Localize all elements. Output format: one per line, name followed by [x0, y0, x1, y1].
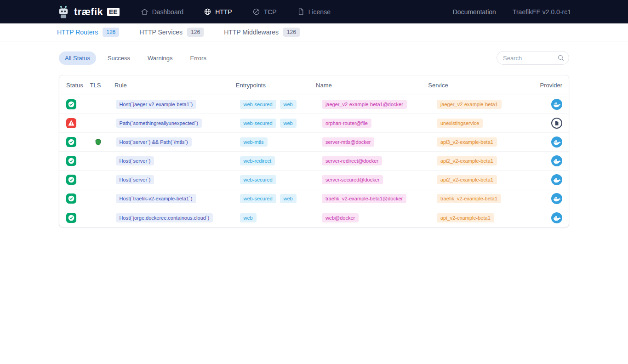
check-circle-icon [68, 157, 75, 165]
tab-http-services[interactable]: HTTP Services 126 [139, 28, 204, 37]
tls-shield-icon [94, 138, 102, 147]
status-success-badge [66, 137, 76, 147]
name-pill: traefik_v2-example-beta1@docker [322, 194, 406, 203]
main-nav: Dashboard HTTP TCP License [141, 0, 331, 23]
column-header-service: Service [428, 82, 540, 89]
entrypoints-cell: web-securedweb [240, 100, 322, 109]
entrypoint-pill: web [280, 100, 297, 109]
column-header-status: Status [59, 82, 90, 89]
entrypoints-cell: web [240, 213, 322, 222]
docker-provider-icon [551, 99, 562, 110]
traefik-logo[interactable]: træfik EE [57, 5, 120, 19]
name-pill: jaeger_v2-example-beta1@docker [322, 100, 407, 109]
alert-triangle-icon [68, 119, 75, 127]
service-pill: jaeger_v2-example-beta1 [437, 100, 502, 109]
table-row[interactable]: Host(`server`) && Path(`/mtls`) web-mtls… [59, 133, 569, 152]
check-circle-icon [68, 214, 75, 222]
status-success-badge [66, 175, 76, 185]
column-header-rule: Rule [114, 82, 236, 89]
entrypoint-pill: web [240, 213, 257, 222]
entrypoint-pill: web [280, 194, 297, 203]
tcp-icon [252, 8, 260, 16]
entrypoints-cell: web-secured [240, 175, 322, 184]
tab-http-routers[interactable]: HTTP Routers 126 [57, 28, 119, 37]
tab-label: HTTP Routers [57, 28, 98, 36]
home-icon [141, 8, 148, 16]
rule-pill: Host(`server`) [116, 156, 154, 165]
table-body: Host(`jaeger-v2-example-beta1`) web-secu… [59, 95, 569, 227]
status-success-badge [66, 193, 76, 204]
name-pill: server-redirect@docker [322, 156, 382, 165]
status-success-badge [66, 156, 76, 166]
tab-label: HTTP Middlewares [224, 28, 279, 36]
status-success-badge [66, 99, 76, 109]
rule-pill: Host(`jorge.dockeree.containous.cloud`) [116, 213, 213, 222]
section-tabbar: HTTP Routers 126 HTTP Services 126 HTTP … [0, 23, 628, 41]
rule-pill: Host(`jaeger-v2-example-beta1`) [116, 100, 197, 109]
filter-row: All Status Success Warnings Errors [59, 51, 569, 65]
documentation-link[interactable]: Documentation [453, 8, 496, 16]
entrypoint-pill: web [280, 119, 297, 128]
nav-item-tcp[interactable]: TCP [252, 0, 277, 23]
globe-icon [204, 8, 211, 16]
nav-item-label: TCP [264, 8, 277, 16]
traefik-robot-icon [57, 5, 70, 19]
tab-label: HTTP Services [139, 28, 183, 36]
entrypoint-pill: web-secured [240, 194, 276, 203]
table-row[interactable]: Host(`jaeger-v2-example-beta1`) web-secu… [59, 95, 569, 114]
filter-all-status[interactable]: All Status [59, 51, 96, 65]
entrypoints-cell: web-securedweb [240, 194, 322, 203]
tab-http-middlewares[interactable]: HTTP Middlewares 126 [224, 28, 300, 37]
table-row[interactable]: Host(`server`) web-redirect server-redir… [59, 152, 569, 171]
docker-provider-icon [551, 212, 562, 223]
search-icon [557, 54, 565, 62]
entrypoints-cell: web-securedweb [240, 119, 322, 128]
entrypoint-pill: web-mtls [240, 137, 268, 147]
top-navbar: træfik EE Dashboard HTTP TCP License Doc… [0, 0, 628, 23]
version-text: TraefikEE v2.0.0-rc1 [513, 8, 571, 16]
search-box [497, 51, 569, 65]
service-pill: api3_v2-example-beta1 [437, 137, 497, 147]
nav-item-http[interactable]: HTTP [204, 0, 232, 23]
check-circle-icon [68, 101, 75, 108]
rule-pill: Host(`server`) [116, 175, 154, 184]
rule-pill: Host(`traefik-v2-example-beta1`) [116, 194, 196, 203]
filter-success[interactable]: Success [102, 51, 136, 65]
entrypoint-pill: web-secured [240, 100, 276, 109]
table-row[interactable]: Host(`jorge.dockeree.containous.cloud`) … [59, 208, 569, 227]
nav-item-label: License [308, 8, 331, 16]
nav-item-license[interactable]: License [297, 0, 331, 23]
filter-warnings[interactable]: Warnings [142, 51, 178, 65]
filter-errors[interactable]: Errors [184, 51, 212, 65]
docker-provider-icon [551, 174, 562, 185]
service-pill: unexistingservice [437, 119, 483, 128]
column-header-tls: TLS [90, 82, 115, 89]
name-pill: server-mtls@docker [322, 137, 375, 147]
brand-ee-badge: EE [107, 8, 120, 16]
tab-count-badge: 126 [187, 28, 204, 37]
column-header-provider: Provider [540, 82, 569, 89]
check-circle-icon [68, 176, 75, 183]
table-row[interactable]: Host(`server`) web-secured server-secure… [59, 171, 569, 189]
column-header-name: Name [316, 82, 428, 89]
nav-item-label: Dashboard [152, 8, 184, 16]
nav-item-dashboard[interactable]: Dashboard [141, 0, 184, 23]
rule-pill: Host(`server`) && Path(`/mtls`) [116, 137, 192, 147]
name-pill: server-secured@docker [322, 175, 383, 184]
status-success-badge [66, 213, 76, 223]
table-header: Status TLS Rule Entrypoints Name Service… [59, 75, 569, 95]
tab-count-badge: 126 [283, 28, 300, 37]
table-row[interactable]: Path(`somethingreallyunexpected`) web-se… [59, 114, 569, 133]
table-row[interactable]: Host(`traefik-v2-example-beta1`) web-sec… [59, 189, 569, 208]
entrypoints-cell: web-mtls [240, 137, 322, 147]
file-provider-icon [551, 118, 562, 129]
service-pill: api_v2-example-beta1 [437, 213, 494, 222]
entrypoint-pill: web-secured [240, 119, 276, 128]
entrypoint-pill: web-secured [240, 175, 276, 184]
rule-pill: Path(`somethingreallyunexpected`) [116, 119, 202, 128]
nav-item-label: HTTP [215, 8, 232, 16]
entrypoint-pill: web-redirect [240, 156, 275, 165]
docker-provider-icon [551, 136, 562, 148]
service-pill: api2_v2-example-beta1 [437, 175, 497, 184]
check-circle-icon [68, 195, 75, 202]
